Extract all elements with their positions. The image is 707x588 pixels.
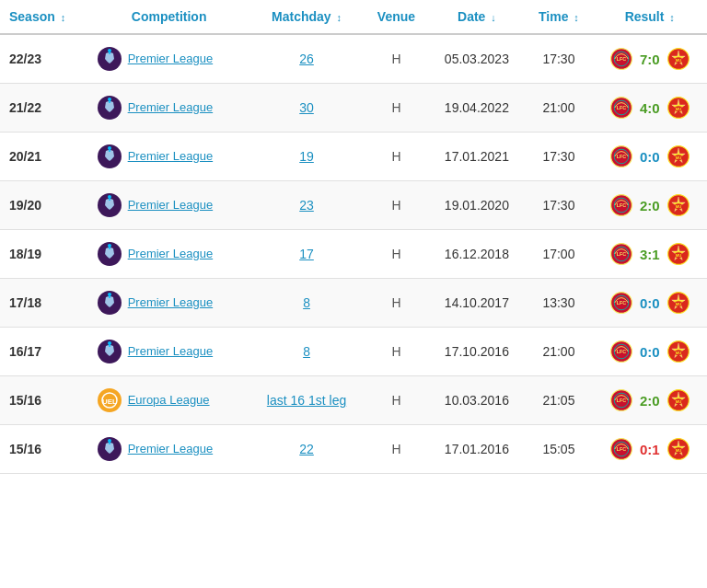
venue-cell: H xyxy=(365,181,429,230)
time-sort-icon[interactable]: ↕ xyxy=(574,12,579,23)
time-cell: 17:30 xyxy=(525,181,592,230)
table-row: 20/21 Premier League 19 H 17.01.2021 17:… xyxy=(0,133,707,181)
matchday-sort-label[interactable]: Matchday xyxy=(272,9,331,24)
result-cell[interactable]: LFC 2:0 MU xyxy=(592,181,707,230)
competition-name[interactable]: Europa League xyxy=(128,393,210,409)
matchday-cell[interactable]: 30 xyxy=(249,84,365,133)
svg-point-25 xyxy=(108,195,111,199)
competition-name[interactable]: Premier League xyxy=(128,295,214,311)
result-cell[interactable]: LFC 0:0 MU xyxy=(592,279,707,328)
date-sort-label[interactable]: Date xyxy=(458,9,485,24)
matchday-cell[interactable]: last 16 1st leg xyxy=(249,376,365,425)
away-team-badge: MU xyxy=(667,48,690,70)
competition-name[interactable]: Premier League xyxy=(128,198,214,213)
matchday-cell[interactable]: 22 xyxy=(249,425,365,474)
competition-cell[interactable]: Premier League xyxy=(89,84,249,133)
result-cell[interactable]: LFC 0:1 MU xyxy=(592,425,707,474)
home-team-badge: LFC xyxy=(610,145,632,167)
matchday-cell[interactable]: 23 xyxy=(249,181,365,230)
result-cell[interactable]: LFC 0:0 MU xyxy=(592,133,707,181)
premier-league-logo xyxy=(97,95,122,121)
result-cell[interactable]: LFC 2:0 MU xyxy=(592,376,707,425)
competition-cell[interactable]: Premier League xyxy=(89,425,249,474)
th-season[interactable]: Season ↕ xyxy=(0,0,89,34)
time-sort-label[interactable]: Time xyxy=(539,9,568,24)
th-date[interactable]: Date ↓ xyxy=(428,0,525,34)
th-result[interactable]: Result ↕ xyxy=(592,0,707,34)
table-row: 16/17 Premier League 8 H 17.10.2016 21:0… xyxy=(0,328,707,376)
competition-cell[interactable]: Premier League xyxy=(89,34,249,84)
date-cell: 10.03.2016 xyxy=(428,376,525,425)
competition-name[interactable]: Premier League xyxy=(128,100,214,116)
away-team-badge: MU xyxy=(667,97,690,119)
result-cell[interactable]: LFC 4:0 MU xyxy=(592,84,707,133)
competition-name[interactable]: Premier League xyxy=(128,149,214,165)
th-time[interactable]: Time ↕ xyxy=(525,0,592,34)
competition-cell[interactable]: Premier League xyxy=(89,133,249,181)
competition-name[interactable]: Premier League xyxy=(128,52,214,67)
venue-cell: H xyxy=(365,230,429,279)
premier-league-logo xyxy=(97,290,122,316)
date-cell: 19.04.2022 xyxy=(428,84,525,133)
competition-cell[interactable]: Premier League xyxy=(89,279,249,328)
competition-cell[interactable]: Premier League xyxy=(89,181,249,230)
result-cell[interactable]: LFC 7:0 MU xyxy=(592,34,707,84)
table-row: 17/18 Premier League 8 H 14.10.2017 13:3… xyxy=(0,279,707,328)
result-sort-label[interactable]: Result xyxy=(625,9,665,24)
competition-name[interactable]: Premier League xyxy=(128,442,214,457)
premier-league-logo xyxy=(97,339,122,364)
away-team-badge: MU xyxy=(667,243,690,265)
th-competition: Competition xyxy=(89,0,249,34)
season-cell: 15/16 xyxy=(0,425,89,474)
season-cell: 21/22 xyxy=(0,84,89,133)
season-sort-icon[interactable]: ↕ xyxy=(61,12,66,23)
svg-text:MU: MU xyxy=(675,204,681,209)
svg-point-49 xyxy=(108,341,111,345)
svg-text:MU: MU xyxy=(675,253,681,258)
competition-cell[interactable]: Premier League xyxy=(89,230,249,279)
premier-league-logo xyxy=(97,46,122,72)
competition-cell[interactable]: UEL Europa League xyxy=(89,376,249,425)
season-cell: 16/17 xyxy=(0,328,89,376)
season-sort-label[interactable]: Season xyxy=(9,9,55,24)
score-value: 2:0 xyxy=(636,198,664,213)
matchday-cell[interactable]: 8 xyxy=(249,279,365,328)
matchday-sort-icon[interactable]: ↕ xyxy=(337,12,342,23)
svg-text:UEL: UEL xyxy=(102,398,117,406)
score-value: 0:1 xyxy=(636,442,664,457)
score-value: 4:0 xyxy=(636,100,664,116)
th-venue: Venue xyxy=(365,0,429,34)
score-value: 0:0 xyxy=(636,295,664,311)
date-sort-icon[interactable]: ↓ xyxy=(491,12,496,23)
time-cell: 13:30 xyxy=(525,279,592,328)
table-header-row: Season ↕ Competition Matchday ↕ Venue Da… xyxy=(0,0,707,34)
season-cell: 17/18 xyxy=(0,279,89,328)
venue-cell: H xyxy=(365,279,429,328)
season-cell: 20/21 xyxy=(0,133,89,181)
svg-text:LFC: LFC xyxy=(616,398,626,403)
table-row: 21/22 Premier League 30 H 19.04.2022 21:… xyxy=(0,84,707,133)
svg-point-1 xyxy=(108,49,111,52)
competition-cell[interactable]: Premier League xyxy=(89,328,249,376)
svg-text:MU: MU xyxy=(675,351,681,355)
venue-label: Venue xyxy=(377,9,415,24)
home-team-badge: LFC xyxy=(610,97,632,119)
venue-cell: H xyxy=(365,34,429,84)
matchday-cell[interactable]: 19 xyxy=(249,133,365,181)
result-cell[interactable]: LFC 3:1 MU xyxy=(592,230,707,279)
home-team-badge: LFC xyxy=(610,389,632,411)
score-value: 2:0 xyxy=(636,393,664,409)
time-cell: 21:00 xyxy=(525,328,592,376)
premier-league-logo xyxy=(97,144,122,169)
matchday-cell[interactable]: 8 xyxy=(249,328,365,376)
competition-name[interactable]: Premier League xyxy=(128,344,214,360)
away-team-badge: MU xyxy=(667,194,690,216)
time-cell: 15:05 xyxy=(525,425,592,474)
competition-name[interactable]: Premier League xyxy=(128,247,214,262)
matchday-cell[interactable]: 17 xyxy=(249,230,365,279)
th-matchday[interactable]: Matchday ↕ xyxy=(249,0,365,34)
result-cell[interactable]: LFC 0:0 MU xyxy=(592,328,707,376)
matchday-cell[interactable]: 26 xyxy=(249,34,365,84)
season-cell: 22/23 xyxy=(0,34,89,84)
result-sort-icon[interactable]: ↕ xyxy=(669,12,675,23)
